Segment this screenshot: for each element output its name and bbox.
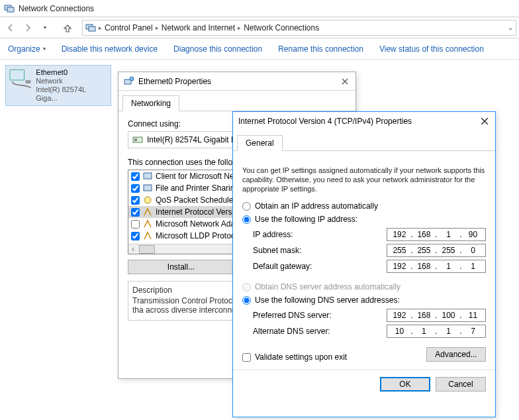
svg-rect-11 [144, 185, 152, 191]
gateway-input[interactable]: 192.168.1.1 [387, 260, 486, 273]
svg-point-7 [130, 77, 134, 81]
breadcrumb-network-connections[interactable]: Network Connections [244, 23, 319, 32]
network-connections-icon [4, 3, 15, 14]
connection-device: Intel(R) 82574L Giga... [36, 85, 108, 103]
sharing-icon [142, 183, 153, 193]
dialog-title: Internet Protocol Version 4 (TCP/IPv4) P… [238, 117, 412, 126]
connection-name: Ethernet0 [36, 68, 108, 77]
view-status-link[interactable]: View status of this connection [379, 44, 484, 54]
connection-item-ethernet0[interactable]: Ethernet0 Network Intel(R) 82574L Giga..… [5, 65, 111, 106]
subnet-mask-label: Subnet mask: [253, 246, 387, 255]
window-titlebar: Network Connections [0, 0, 519, 17]
navigation-bar: ▾ ▸ Control Panel ▸ Network and Internet… [0, 17, 519, 38]
gateway-label: Default gateway: [253, 262, 387, 271]
connection-network: Network [36, 77, 108, 85]
ok-button[interactable]: OK [380, 377, 430, 392]
component-checkbox[interactable] [131, 172, 140, 181]
advanced-button[interactable]: Advanced... [426, 347, 486, 362]
breadcrumb-control-panel[interactable]: Control Panel [105, 23, 153, 32]
install-button[interactable]: Install... [128, 260, 234, 274]
diagnose-link[interactable]: Diagnose this connection [173, 44, 262, 54]
address-dropdown-icon[interactable]: ⌄ [508, 24, 513, 31]
dns-auto-label: Obtain DNS server address automatically [255, 282, 401, 291]
pref-dns-input[interactable]: 192.168.100.11 [387, 309, 486, 322]
component-label: Microsoft LLDP Protoco [156, 231, 240, 240]
svg-rect-4 [10, 70, 24, 80]
svg-rect-10 [144, 173, 152, 179]
dns-auto-radio [242, 283, 251, 291]
qos-icon [142, 195, 153, 205]
protocol-icon [142, 219, 153, 229]
cancel-button[interactable]: Cancel [436, 377, 486, 392]
component-checkbox[interactable] [131, 232, 140, 240]
validate-label: Validate settings upon exit [255, 352, 347, 362]
close-button[interactable] [340, 76, 350, 87]
ip-address-label: IP address: [253, 230, 387, 239]
tab-networking[interactable]: Networking [122, 95, 179, 111]
tab-general[interactable]: General [237, 135, 283, 151]
alt-dns-label: Alternate DNS server: [253, 327, 387, 336]
forward-button[interactable] [20, 20, 36, 36]
protocol-icon [142, 231, 153, 241]
svg-rect-5 [25, 80, 30, 83]
dialog-title: Ethernet0 Properties [138, 77, 211, 86]
disable-device-link[interactable]: Disable this network device [62, 44, 158, 54]
svg-rect-9 [134, 138, 137, 141]
protocol-icon [142, 207, 153, 217]
component-label: Internet Protocol Version [156, 207, 242, 217]
dns-manual-radio[interactable] [242, 296, 251, 305]
ip-auto-radio[interactable] [242, 202, 251, 211]
nic-icon [124, 76, 134, 87]
close-button[interactable] [479, 116, 490, 127]
dns-manual-label: Use the following DNS server addresses: [255, 295, 400, 305]
command-bar: Organize▾ Disable this network device Di… [0, 38, 519, 60]
adapter-name: Intel(R) 82574L Gigabit Ne [147, 135, 241, 144]
component-checkbox[interactable] [131, 196, 140, 205]
rename-link[interactable]: Rename this connection [278, 44, 363, 54]
ipv4-properties-dialog: Internet Protocol Version 4 (TCP/IPv4) P… [232, 111, 496, 417]
component-label: QoS Packet Scheduler [156, 195, 236, 205]
back-button[interactable] [3, 20, 19, 36]
organize-menu[interactable]: Organize▾ [8, 44, 46, 54]
pref-dns-label: Preferred DNS server: [253, 311, 387, 320]
subnet-mask-input[interactable]: 255.255.255.0 [387, 244, 486, 257]
address-bar[interactable]: ▸ Control Panel ▸ Network and Internet ▸… [82, 20, 516, 36]
nic-card-icon [132, 134, 143, 145]
svg-point-12 [144, 197, 151, 203]
breadcrumb-chevron-icon[interactable]: ▸ [238, 25, 241, 31]
up-button[interactable] [60, 20, 75, 36]
svg-rect-3 [89, 26, 95, 31]
component-checkbox[interactable] [131, 184, 140, 193]
component-label: Microsoft Network Adap [156, 219, 240, 229]
history-dropdown[interactable]: ▾ [37, 20, 53, 36]
svg-rect-1 [7, 7, 14, 12]
info-text: You can get IP settings assigned automat… [242, 166, 486, 193]
breadcrumb-network-internet[interactable]: Network and Internet [162, 23, 235, 32]
ethernet-adapter-icon [9, 68, 32, 89]
breadcrumb-chevron-icon[interactable]: ▸ [99, 25, 102, 31]
ip-manual-radio[interactable] [242, 215, 251, 224]
client-icon [142, 171, 153, 182]
validate-checkbox[interactable] [242, 353, 251, 362]
ip-manual-label: Use the following IP address: [255, 215, 357, 224]
alt-dns-input[interactable]: 10.1.1.7 [387, 325, 486, 338]
component-checkbox[interactable] [131, 220, 140, 229]
ip-address-input[interactable]: 192.168.1.90 [387, 228, 486, 241]
breadcrumb-chevron-icon[interactable]: ▸ [156, 25, 159, 31]
component-checkbox[interactable] [131, 208, 140, 217]
ip-auto-label: Obtain an IP address automatically [255, 201, 378, 211]
window-title: Network Connections [19, 4, 94, 13]
network-panel-icon [85, 23, 96, 33]
